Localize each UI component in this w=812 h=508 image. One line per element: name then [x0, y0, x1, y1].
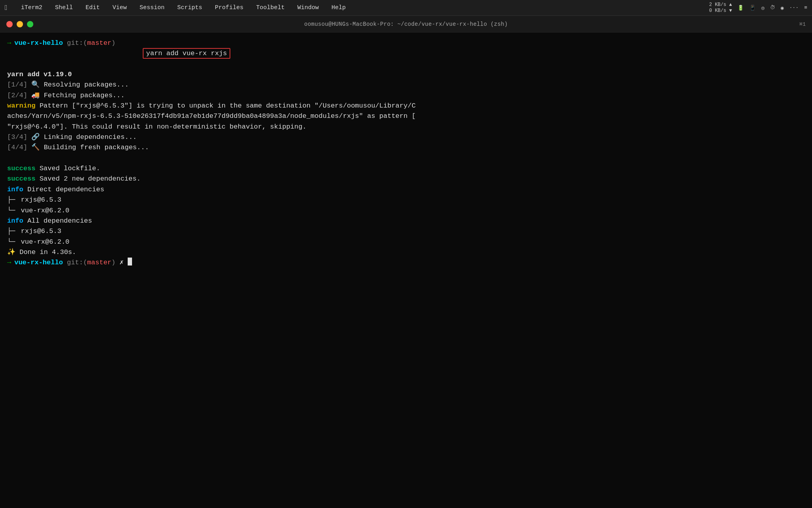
step-line-4: [4/4] 🔨 Building fresh packages... — [7, 142, 805, 153]
maximize-button[interactable] — [27, 21, 33, 27]
dep-vue-rx-direct: └─ vue-rx@6.2.0 — [7, 206, 805, 216]
wifi-icon: ◎ — [761, 5, 764, 11]
dep-vue-rx-all-val: vue-rx@6.2.0 — [19, 237, 69, 247]
prompt-dir-1: vue-rx-hello — [14, 38, 63, 48]
dep-rxjs-direct-val: rxjs@6.5.3 — [19, 195, 61, 205]
success-label-1: success — [7, 164, 35, 174]
menu-extras: ··· — [789, 5, 799, 11]
info-direct-line: info Direct dependencies — [7, 185, 805, 195]
yarn-version-line: yarn add v1.19.0 — [7, 69, 805, 80]
menu-shell[interactable]: Shell — [53, 4, 75, 12]
dep-prefix-4: └─ — [7, 237, 19, 247]
warning-line: warning Pattern ["rxjs@^6.5.3"] is tryin… — [7, 101, 805, 111]
menu-toolbelt[interactable]: Toolbelt — [254, 4, 287, 12]
warning-label: warning — [7, 101, 35, 111]
yarn-version-text: yarn add v1.19.0 — [7, 69, 72, 80]
minimize-button[interactable] — [17, 21, 23, 27]
prompt-branch-2: master — [87, 258, 111, 268]
step-label-3: [3/4] 🔗 — [7, 132, 40, 142]
step-line-3: [3/4] 🔗 Linking dependencies... — [7, 132, 805, 142]
dep-rxjs-all-val: rxjs@6.5.3 — [19, 226, 61, 237]
cursor — [128, 258, 132, 266]
prompt-arrow-1: → — [7, 38, 11, 48]
menu-view[interactable]: View — [110, 4, 129, 12]
prompt-branch-1: master — [87, 38, 111, 48]
step-text-3: Linking dependencies... — [40, 132, 137, 142]
prompt-branch-close-2: ) — [111, 258, 115, 268]
info-label-2: info — [7, 216, 23, 226]
step-line-2: [2/4] 🚚 Fetching packages... — [7, 90, 805, 101]
siri-icon: ◉ — [781, 5, 784, 11]
terminal-area[interactable]: → vue-rx-hello git: ( master ) yarn add … — [0, 33, 812, 508]
network-status: 2 KB/s ▲0 KB/s ▼ — [709, 2, 732, 13]
prompt-git-2: git: — [63, 258, 83, 268]
menu-profiles[interactable]: Profiles — [213, 4, 246, 12]
titlebar: oomusou@HUNGs-MacBook-Pro: ~/code/vue-rx… — [0, 16, 812, 33]
prompt-dir-2: vue-rx-hello — [14, 258, 63, 268]
menu-window[interactable]: Window — [295, 4, 321, 12]
warning-text: Pattern ["rxjs@^6.5.3"] is trying to unp… — [35, 101, 416, 111]
step-label-1: [1/4] 🔍 — [7, 80, 40, 90]
prompt-line-2: → vue-rx-hello git: ( master ) ✗ — [7, 258, 805, 268]
dep-rxjs-direct: ├─ rxjs@6.5.3 — [7, 195, 805, 205]
dep-prefix-1: ├─ — [7, 195, 19, 205]
success-line-2: success Saved 2 new dependencies. — [7, 174, 805, 184]
prompt-branch-open-2: ( — [83, 258, 87, 268]
warning-line-3: "rxjs@^6.4.0"]. This could result in non… — [7, 122, 805, 132]
clock-icon: ⏱ — [770, 5, 775, 11]
success-line-1: success Saved lockfile. — [7, 164, 805, 174]
traffic-lights — [6, 21, 33, 27]
empty-line-1 — [7, 153, 805, 164]
done-line: ✨ Done in 4.30s. — [7, 247, 805, 258]
prompt-suffix: ✗ — [115, 258, 128, 268]
done-star: ✨ — [7, 247, 15, 258]
warning-text-2: aches/Yarn/v5/npm-rxjs-6.5.3-510e26317f4… — [7, 111, 416, 121]
menu-edit[interactable]: Edit — [83, 4, 102, 12]
dep-vue-rx-direct-val: vue-rx@6.2.0 — [19, 206, 69, 216]
command-boxed: yarn add vue-rx rxjs — [119, 38, 230, 69]
info-label-1: info — [7, 185, 23, 195]
info-text-2: All dependencies — [23, 216, 92, 226]
success-label-2: success — [7, 174, 35, 184]
step-text-2: Fetching packages... — [40, 90, 124, 101]
menu-session[interactable]: Session — [137, 4, 167, 12]
warning-text-3: "rxjs@^6.4.0"]. This could result in non… — [7, 122, 306, 132]
dep-rxjs-all: ├─ rxjs@6.5.3 — [7, 226, 805, 237]
window-title: oomusou@HUNGs-MacBook-Pro: ~/code/vue-rx… — [304, 21, 508, 27]
close-button[interactable] — [6, 21, 13, 27]
info-text-1: Direct dependencies — [23, 185, 104, 195]
step-text-1: Resolving packages... — [40, 80, 128, 90]
menu-list-icon: ≡ — [804, 5, 807, 11]
menubar-status: 2 KB/s ▲0 KB/s ▼ 🔋 📱 ◎ ⏱ ◉ ··· ≡ — [709, 2, 807, 13]
info-all-line: info All dependencies — [7, 216, 805, 226]
dep-prefix-2: └─ — [7, 206, 19, 216]
menu-help[interactable]: Help — [329, 4, 348, 12]
step-text-4: Building fresh packages... — [40, 142, 149, 153]
prompt-git-1: git: — [63, 38, 83, 48]
apple-menu[interactable]:  — [5, 4, 9, 12]
tab-shortcut: ⌘1 — [799, 21, 806, 27]
prompt-arrow-2: → — [7, 258, 11, 268]
prompt-branch-open-1: ( — [83, 38, 87, 48]
step-line-1: [1/4] 🔍 Resolving packages... — [7, 80, 805, 90]
warning-line-2: aches/Yarn/v5/npm-rxjs-6.5.3-510e26317f4… — [7, 111, 805, 121]
prompt-branch-close-1: ) — [111, 38, 115, 48]
iphone-icon: 📱 — [749, 5, 756, 11]
menu-scripts[interactable]: Scripts — [175, 4, 205, 12]
step-label-2: [2/4] 🚚 — [7, 90, 40, 101]
done-text: Done in 4.30s. — [15, 247, 76, 258]
prompt-line-1: → vue-rx-hello git: ( master ) yarn add … — [7, 38, 805, 69]
menu-iterm2[interactable]: iTerm2 — [19, 4, 45, 12]
dep-vue-rx-all: └─ vue-rx@6.2.0 — [7, 237, 805, 247]
success-text-2: Saved 2 new dependencies. — [35, 174, 140, 184]
battery-icon: 🔋 — [737, 5, 744, 11]
dep-prefix-3: ├─ — [7, 226, 19, 237]
step-label-4: [4/4] 🔨 — [7, 142, 40, 153]
success-text-1: Saved lockfile. — [35, 164, 100, 174]
menubar:  iTerm2 Shell Edit View Session Scripts… — [0, 0, 812, 16]
